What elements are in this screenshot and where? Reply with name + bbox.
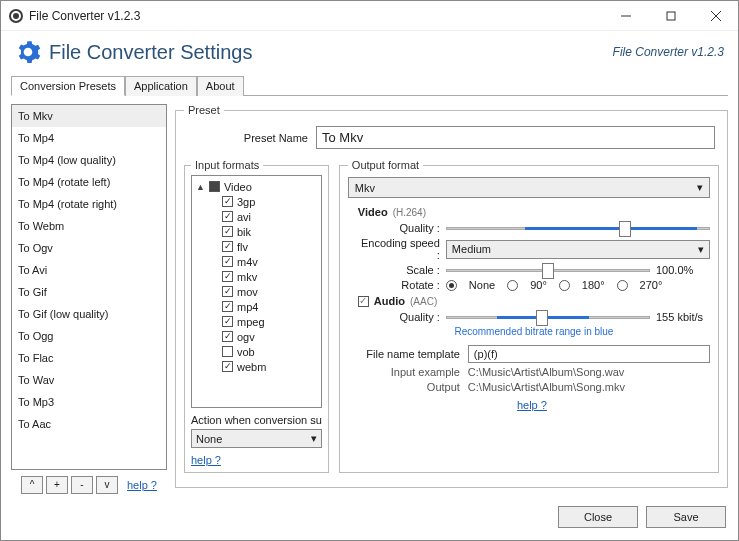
preset-item[interactable]: To Flac [12, 347, 166, 369]
preset-name-label: Preset Name [188, 132, 308, 144]
input-example-label: Input example [348, 366, 460, 378]
checkbox[interactable] [209, 181, 220, 192]
preset-item[interactable]: To Mp3 [12, 391, 166, 413]
preset-add-button[interactable]: + [46, 476, 68, 494]
video-quality-slider[interactable] [446, 222, 710, 234]
preset-item[interactable]: To Mp4 (low quality) [12, 149, 166, 171]
gear-icon [15, 39, 41, 65]
format-item[interactable]: ✓mkv [222, 269, 317, 284]
output-example-value: C:\Music\Artist\Album\Song.mkv [468, 381, 625, 393]
checkbox[interactable]: ✓ [222, 361, 233, 372]
preset-remove-button[interactable]: - [71, 476, 93, 494]
input-format-list[interactable]: ▲Video ✓3gp ✓avi ✓bik ✓flv ✓m4v ✓mkv ✓mo… [191, 175, 322, 408]
preset-up-button[interactable]: ^ [21, 476, 43, 494]
format-item[interactable]: ✓flv [222, 239, 317, 254]
preset-item[interactable]: To Ogg [12, 325, 166, 347]
preset-item[interactable]: To Gif (low quality) [12, 303, 166, 325]
format-item[interactable]: vob [222, 344, 317, 359]
app-icon [9, 9, 23, 23]
collapse-icon[interactable]: ▲ [196, 182, 205, 192]
preset-name-input[interactable] [316, 126, 715, 149]
tab-conversion-presets[interactable]: Conversion Presets [11, 76, 125, 96]
audio-section-title: Audio [374, 295, 405, 307]
preset-item[interactable]: To Mkv [12, 105, 166, 127]
maximize-button[interactable] [648, 1, 693, 30]
checkbox[interactable]: ✓ [222, 196, 233, 207]
close-button[interactable]: Close [558, 506, 638, 528]
filename-template-label: File name template [348, 348, 460, 360]
minimize-button[interactable] [603, 1, 648, 30]
tab-about[interactable]: About [197, 76, 244, 96]
rotate-180-radio[interactable] [559, 280, 570, 291]
tab-application[interactable]: Application [125, 76, 197, 96]
chevron-down-icon: ▾ [697, 181, 703, 194]
audio-bitrate: 155 kbit/s [656, 311, 710, 323]
svg-rect-1 [667, 12, 675, 20]
audio-quality-slider[interactable] [446, 311, 650, 323]
format-item[interactable]: ✓mp4 [222, 299, 317, 314]
preset-help-link[interactable]: help ? [127, 479, 157, 491]
rotate-270-radio[interactable] [617, 280, 628, 291]
recommended-text: Recommended bitrate range in blue [358, 326, 710, 337]
preset-sidebar: To Mkv To Mp4 To Mp4 (low quality) To Mp… [11, 104, 167, 494]
input-help-link[interactable]: help ? [191, 454, 322, 466]
filename-template-input[interactable] [468, 345, 710, 363]
preset-item[interactable]: To Mp4 (rotate left) [12, 171, 166, 193]
preset-item[interactable]: To Aac [12, 413, 166, 435]
checkbox[interactable]: ✓ [222, 286, 233, 297]
footer: Close Save [1, 498, 738, 536]
encoding-speed-select[interactable]: Medium▾ [446, 240, 710, 259]
input-formats-legend: Input formats [191, 159, 263, 171]
format-item[interactable]: ✓bik [222, 224, 317, 239]
scale-slider[interactable] [446, 264, 650, 276]
format-item[interactable]: ✓m4v [222, 254, 317, 269]
input-formats-fieldset: Input formats ▲Video ✓3gp ✓avi ✓bik ✓flv… [184, 159, 329, 473]
checkbox[interactable]: ✓ [222, 256, 233, 267]
audio-codec: (AAC) [410, 296, 437, 307]
close-window-button[interactable] [693, 1, 738, 30]
input-example-value: C:\Music\Artist\Album\Song.wav [468, 366, 625, 378]
format-item[interactable]: ✓ogv [222, 329, 317, 344]
encoding-speed-label: Encoding speed : [358, 237, 440, 261]
format-item[interactable]: ✓webm [222, 359, 317, 374]
preset-item[interactable]: To Wav [12, 369, 166, 391]
rotate-none-radio[interactable] [446, 280, 457, 291]
preset-legend: Preset [184, 104, 224, 116]
output-format-select[interactable]: Mkv▾ [348, 177, 710, 198]
checkbox[interactable]: ✓ [222, 316, 233, 327]
video-codec: (H.264) [393, 207, 426, 218]
preset-item[interactable]: To Ogv [12, 237, 166, 259]
tabs: Conversion Presets Application About [11, 75, 728, 96]
output-help-link[interactable]: help ? [517, 399, 547, 411]
format-item[interactable]: ✓mov [222, 284, 317, 299]
titlebar: File Converter v1.2.3 [1, 1, 738, 31]
checkbox[interactable]: ✓ [222, 226, 233, 237]
format-group[interactable]: ▲Video [196, 179, 317, 194]
audio-checkbox[interactable]: ✓ [358, 296, 369, 307]
preset-item[interactable]: To Mp4 (rotate right) [12, 193, 166, 215]
checkbox[interactable] [222, 346, 233, 357]
preset-item[interactable]: To Mp4 [12, 127, 166, 149]
header: File Converter Settings File Converter v… [1, 31, 738, 75]
video-section-title: Video [358, 206, 388, 218]
preset-item[interactable]: To Gif [12, 281, 166, 303]
action-select[interactable]: None▾ [191, 429, 322, 448]
format-item[interactable]: ✓mpeg [222, 314, 317, 329]
output-example-label: Output [348, 381, 460, 393]
checkbox[interactable]: ✓ [222, 271, 233, 282]
chevron-down-icon: ▾ [698, 243, 704, 256]
checkbox[interactable]: ✓ [222, 241, 233, 252]
checkbox[interactable]: ✓ [222, 331, 233, 342]
save-button[interactable]: Save [646, 506, 726, 528]
output-fieldset: Output format Mkv▾ Video(H.264) Quality … [339, 159, 719, 473]
preset-down-button[interactable]: v [96, 476, 118, 494]
preset-list[interactable]: To Mkv To Mp4 To Mp4 (low quality) To Mp… [11, 104, 167, 470]
checkbox[interactable]: ✓ [222, 211, 233, 222]
rotate-90-radio[interactable] [507, 280, 518, 291]
preset-item[interactable]: To Avi [12, 259, 166, 281]
preset-item[interactable]: To Webm [12, 215, 166, 237]
format-item[interactable]: ✓avi [222, 209, 317, 224]
format-item[interactable]: ✓3gp [222, 194, 317, 209]
checkbox[interactable]: ✓ [222, 301, 233, 312]
preset-fieldset: Preset Preset Name Input formats ▲Video … [175, 104, 728, 488]
